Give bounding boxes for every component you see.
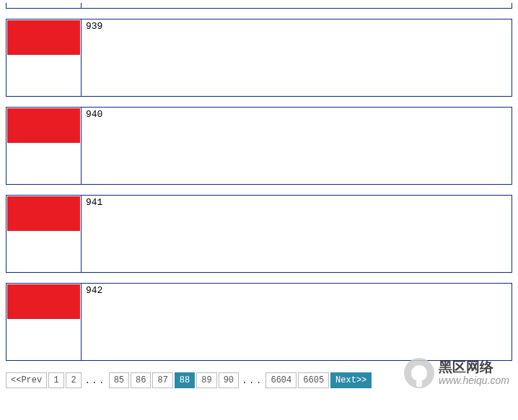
page-button[interactable]: 90 — [219, 372, 239, 388]
page-button[interactable]: 1 — [48, 372, 64, 388]
page-button[interactable]: 2 — [66, 372, 82, 388]
page-button[interactable]: 86 — [131, 372, 151, 388]
flag-red-icon — [7, 108, 80, 143]
page-button[interactable]: 6604 — [265, 372, 297, 388]
flag-red-icon — [7, 284, 80, 319]
next-button[interactable]: Next>> — [330, 372, 372, 388]
item-id: 941 — [86, 196, 512, 272]
thumbnail — [6, 108, 82, 184]
page-button[interactable]: 87 — [152, 372, 172, 388]
page-button[interactable]: 89 — [196, 372, 216, 388]
item-id: 940 — [86, 108, 512, 184]
list-item-partial — [6, 3, 512, 9]
flag-red-icon — [7, 196, 80, 231]
thumbnail — [6, 284, 82, 360]
prev-button[interactable]: <<Prev — [6, 372, 47, 388]
thumbnail-placeholder — [6, 3, 82, 8]
page-button[interactable]: 85 — [109, 372, 129, 388]
ellipsis: ... — [240, 375, 264, 386]
pagination: <<Prev 1 2 ... 85 86 87 88 89 90 ... 660… — [0, 371, 518, 394]
item-id: 939 — [86, 19, 512, 96]
list-item[interactable]: 939 — [6, 19, 512, 97]
page-button-current[interactable]: 88 — [175, 372, 195, 388]
item-list: 939 940 941 942 — [0, 0, 518, 361]
page-button[interactable]: 6605 — [298, 372, 329, 388]
thumbnail — [6, 196, 82, 272]
ellipsis: ... — [83, 375, 107, 386]
list-item[interactable]: 942 — [6, 283, 512, 361]
flag-red-icon — [7, 20, 80, 55]
list-item[interactable]: 940 — [6, 107, 512, 185]
thumbnail — [6, 19, 82, 96]
list-item[interactable]: 941 — [6, 195, 512, 273]
item-id: 942 — [86, 284, 512, 360]
